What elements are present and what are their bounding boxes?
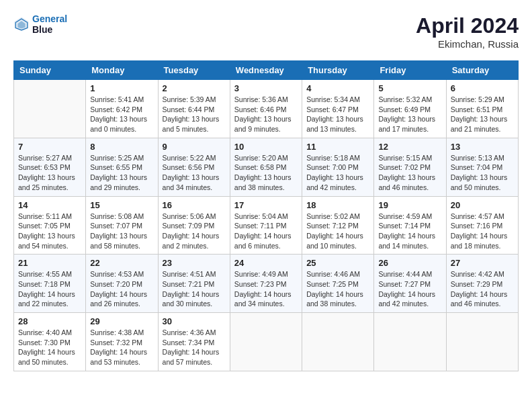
day-info: Sunrise: 4:44 AMSunset: 7:27 PMDaylight:… [378, 269, 441, 309]
day-number: 2 [163, 83, 226, 93]
day-info: Sunrise: 5:32 AMSunset: 6:49 PMDaylight:… [378, 95, 441, 134]
calendar-cell: 27Sunrise: 4:42 AMSunset: 7:29 PMDayligh… [446, 255, 518, 313]
day-info: Sunrise: 5:08 AMSunset: 7:07 PMDaylight:… [90, 212, 153, 251]
calendar-cell: 12Sunrise: 5:15 AMSunset: 7:02 PMDayligh… [374, 138, 446, 196]
day-number: 27 [451, 258, 514, 268]
day-number: 5 [378, 83, 441, 93]
day-info: Sunrise: 5:22 AMSunset: 6:56 PMDaylight:… [163, 153, 226, 193]
calendar-cell [230, 313, 302, 371]
day-number: 22 [90, 258, 153, 268]
day-info: Sunrise: 5:34 AMSunset: 6:47 PMDaylight:… [306, 95, 369, 134]
day-number: 13 [451, 142, 514, 152]
day-info: Sunrise: 4:49 AMSunset: 7:23 PMDaylight:… [234, 269, 298, 309]
weekday-header-sunday: Sunday [14, 61, 86, 80]
day-number: 8 [90, 142, 153, 152]
day-number: 3 [234, 83, 298, 93]
day-number: 30 [163, 316, 226, 326]
day-info: Sunrise: 5:15 AMSunset: 7:02 PMDaylight:… [378, 153, 441, 193]
day-number: 17 [234, 200, 298, 210]
day-number: 19 [378, 200, 441, 210]
day-info: Sunrise: 4:38 AMSunset: 7:32 PMDaylight:… [90, 328, 153, 367]
calendar-cell: 17Sunrise: 5:04 AMSunset: 7:11 PMDayligh… [230, 196, 302, 255]
weekday-header-wednesday: Wednesday [230, 61, 302, 80]
day-number: 25 [306, 258, 369, 268]
calendar-cell: 6Sunrise: 5:29 AMSunset: 6:51 PMDaylight… [446, 80, 518, 138]
day-info: Sunrise: 4:59 AMSunset: 7:14 PMDaylight:… [378, 212, 441, 251]
logo-text: General Blue [32, 13, 67, 35]
weekday-header-tuesday: Tuesday [158, 61, 230, 80]
calendar-cell: 19Sunrise: 4:59 AMSunset: 7:14 PMDayligh… [374, 196, 446, 255]
calendar-cell: 21Sunrise: 4:55 AMSunset: 7:18 PMDayligh… [14, 255, 86, 313]
day-number: 1 [90, 83, 153, 93]
calendar-cell: 29Sunrise: 4:38 AMSunset: 7:32 PMDayligh… [86, 313, 158, 371]
calendar-week-row: 14Sunrise: 5:11 AMSunset: 7:05 PMDayligh… [14, 196, 519, 255]
calendar-cell: 22Sunrise: 4:53 AMSunset: 7:20 PMDayligh… [86, 255, 158, 313]
day-info: Sunrise: 4:53 AMSunset: 7:20 PMDaylight:… [90, 269, 153, 309]
logo: General Blue [13, 13, 67, 35]
calendar-cell: 14Sunrise: 5:11 AMSunset: 7:05 PMDayligh… [14, 196, 86, 255]
logo-icon [13, 16, 30, 32]
calendar-cell: 9Sunrise: 5:22 AMSunset: 6:56 PMDaylight… [158, 138, 230, 196]
day-number: 23 [163, 258, 226, 268]
calendar-cell: 10Sunrise: 5:20 AMSunset: 6:58 PMDayligh… [230, 138, 302, 196]
calendar-cell [446, 313, 518, 371]
calendar-cell: 1Sunrise: 5:41 AMSunset: 6:42 PMDaylight… [86, 80, 158, 138]
day-info: Sunrise: 5:11 AMSunset: 7:05 PMDaylight:… [18, 212, 81, 251]
calendar-cell: 11Sunrise: 5:18 AMSunset: 7:00 PMDayligh… [302, 138, 374, 196]
day-info: Sunrise: 5:25 AMSunset: 6:55 PMDaylight:… [90, 153, 153, 193]
day-info: Sunrise: 5:41 AMSunset: 6:42 PMDaylight:… [90, 95, 153, 134]
calendar-cell: 18Sunrise: 5:02 AMSunset: 7:12 PMDayligh… [302, 196, 374, 255]
weekday-header-thursday: Thursday [302, 61, 374, 80]
day-info: Sunrise: 5:13 AMSunset: 7:04 PMDaylight:… [451, 153, 514, 193]
day-number: 24 [234, 258, 298, 268]
calendar-cell [302, 313, 374, 371]
calendar-cell: 5Sunrise: 5:32 AMSunset: 6:49 PMDaylight… [374, 80, 446, 138]
day-number: 11 [306, 142, 369, 152]
calendar-week-row: 28Sunrise: 4:40 AMSunset: 7:30 PMDayligh… [14, 313, 519, 371]
calendar-table: SundayMondayTuesdayWednesdayThursdayFrid… [13, 60, 519, 371]
day-number: 14 [18, 200, 81, 210]
calendar-cell [14, 80, 86, 138]
calendar-cell [374, 313, 446, 371]
day-info: Sunrise: 5:18 AMSunset: 7:00 PMDaylight:… [306, 153, 369, 193]
day-number: 20 [451, 200, 514, 210]
page-header: General Blue April 2024 Ekimchan, Russia [13, 13, 519, 50]
day-info: Sunrise: 4:55 AMSunset: 7:18 PMDaylight:… [18, 269, 81, 309]
day-number: 28 [18, 316, 81, 326]
calendar-cell: 13Sunrise: 5:13 AMSunset: 7:04 PMDayligh… [446, 138, 518, 196]
calendar-cell: 2Sunrise: 5:39 AMSunset: 6:44 PMDaylight… [158, 80, 230, 138]
month-year: April 2024 [416, 13, 519, 38]
day-number: 9 [163, 142, 226, 152]
calendar-cell: 24Sunrise: 4:49 AMSunset: 7:23 PMDayligh… [230, 255, 302, 313]
calendar-cell: 30Sunrise: 4:36 AMSunset: 7:34 PMDayligh… [158, 313, 230, 371]
day-number: 4 [306, 83, 369, 93]
day-info: Sunrise: 5:27 AMSunset: 6:53 PMDaylight:… [18, 153, 81, 193]
day-info: Sunrise: 5:06 AMSunset: 7:09 PMDaylight:… [163, 212, 226, 251]
day-number: 29 [90, 316, 153, 326]
day-info: Sunrise: 4:51 AMSunset: 7:21 PMDaylight:… [163, 269, 226, 309]
title-block: April 2024 Ekimchan, Russia [416, 13, 519, 50]
day-info: Sunrise: 5:29 AMSunset: 6:51 PMDaylight:… [451, 95, 514, 134]
day-info: Sunrise: 5:39 AMSunset: 6:44 PMDaylight:… [163, 95, 226, 134]
day-info: Sunrise: 4:36 AMSunset: 7:34 PMDaylight:… [163, 328, 226, 367]
day-info: Sunrise: 5:36 AMSunset: 6:46 PMDaylight:… [234, 95, 298, 134]
calendar-cell: 4Sunrise: 5:34 AMSunset: 6:47 PMDaylight… [302, 80, 374, 138]
location: Ekimchan, Russia [416, 38, 519, 50]
calendar-week-row: 1Sunrise: 5:41 AMSunset: 6:42 PMDaylight… [14, 80, 519, 138]
day-number: 26 [378, 258, 441, 268]
day-info: Sunrise: 4:46 AMSunset: 7:25 PMDaylight:… [306, 269, 369, 309]
day-info: Sunrise: 4:40 AMSunset: 7:30 PMDaylight:… [18, 328, 81, 367]
calendar-cell: 8Sunrise: 5:25 AMSunset: 6:55 PMDaylight… [86, 138, 158, 196]
weekday-header-row: SundayMondayTuesdayWednesdayThursdayFrid… [14, 61, 519, 80]
calendar-cell: 28Sunrise: 4:40 AMSunset: 7:30 PMDayligh… [14, 313, 86, 371]
calendar-cell: 25Sunrise: 4:46 AMSunset: 7:25 PMDayligh… [302, 255, 374, 313]
calendar-cell: 16Sunrise: 5:06 AMSunset: 7:09 PMDayligh… [158, 196, 230, 255]
day-number: 6 [451, 83, 514, 93]
day-number: 21 [18, 258, 81, 268]
calendar-cell: 15Sunrise: 5:08 AMSunset: 7:07 PMDayligh… [86, 196, 158, 255]
day-info: Sunrise: 5:04 AMSunset: 7:11 PMDaylight:… [234, 212, 298, 251]
day-number: 12 [378, 142, 441, 152]
calendar-cell: 20Sunrise: 4:57 AMSunset: 7:16 PMDayligh… [446, 196, 518, 255]
calendar-cell: 26Sunrise: 4:44 AMSunset: 7:27 PMDayligh… [374, 255, 446, 313]
day-info: Sunrise: 5:02 AMSunset: 7:12 PMDaylight:… [306, 212, 369, 251]
